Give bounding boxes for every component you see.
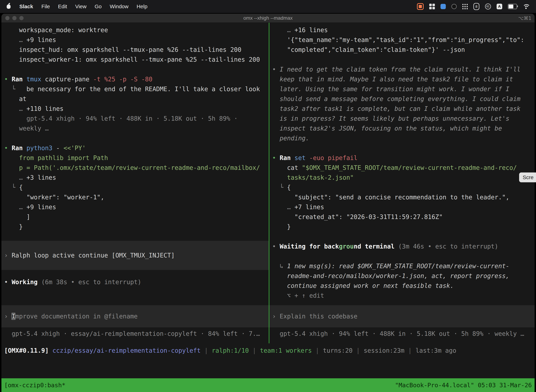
terminal-line: • Ran set -euo pipefail (269, 153, 535, 163)
terminal-pane-right[interactable]: … +16 lines '{"team_name":"my-team","tas… (269, 23, 535, 392)
terminal-text-segment: cat (272, 164, 302, 171)
terminal-text-segment: I (12, 313, 15, 320)
terminal-text-segment: last:3m ago (416, 347, 456, 354)
dots-grid-icon[interactable] (462, 4, 468, 9)
prompt-suggestion[interactable]: › Explain this codebase (269, 305, 535, 327)
terminal-text-segment: should send a message before completing … (272, 95, 521, 103)
terminal-text-segment: task2 after task1 is complete, but can I… (272, 105, 521, 112)
terminal-gap (269, 232, 535, 242)
terminal-text-segment: inspect_worker-1: omx sparkshell --tmux-… (4, 56, 260, 63)
terminal-text-segment: inspect task2's JSON, focusing on the st… (272, 125, 502, 132)
terminal-line: at (1, 94, 269, 104)
window-tiling-icon[interactable] (429, 4, 435, 9)
terminal-text-segment: pending. (272, 135, 309, 142)
menu-item-window[interactable]: Window (106, 4, 133, 9)
terminal-line: task2 after task1 is complete, but can I… (269, 104, 535, 114)
menu-item-help[interactable]: Help (133, 4, 152, 9)
input-source-icon[interactable]: A (497, 4, 502, 9)
tmux-session-label[interactable]: [omx-cczip0:bash* (4, 382, 65, 389)
terminal-text-segment: "completed","claim_token":"claim-token"}… (272, 46, 465, 53)
terminal-line: p = Path('.omx/state/team/review-current… (1, 163, 269, 173)
gauge-icon[interactable]: 61 (485, 4, 491, 9)
terminal-gap (1, 270, 269, 277)
menu-bar-status-icons: 8 61 A (417, 3, 532, 10)
terminal-text-segment: Waiting for back (280, 243, 339, 250)
terminal-line: └ be necessary for the end of the README… (1, 84, 269, 94)
close-button[interactable] (5, 16, 10, 20)
terminal-text-segment: is in progress? It seems likely but perh… (272, 115, 509, 122)
blue-app-icon[interactable] (440, 4, 446, 9)
terminal-line: • Ran tmux capture-pane -t %25 -p -S -80 (1, 74, 269, 84)
terminal-text-segment: mprove documentation in @filename (15, 313, 138, 320)
terminal-text-segment: • (4, 145, 12, 152)
terminal-gap (269, 251, 535, 261)
terminal-text-segment: ↳ (272, 263, 287, 270)
menu-item-go[interactable]: Go (91, 4, 106, 9)
terminal-gap (269, 55, 535, 65)
minimize-button[interactable] (12, 16, 17, 20)
terminal-line: gpt-5.4 xhigh · 94% left · 488K in · 5.1… (269, 329, 535, 339)
terminal-gap (269, 327, 535, 329)
terminal-line: '{"team_name":"my-team","task_id":"1","f… (269, 35, 535, 45)
terminal-line: [OMX#0.11.9] cczip/essay/ai-reimplementa… (1, 346, 535, 355)
terminal-gap (1, 133, 269, 143)
dark-app-icon[interactable] (451, 4, 457, 9)
terminal-text-segment: session:23m (364, 347, 404, 354)
wifi-icon[interactable] (523, 4, 530, 9)
terminal-text-segment: [OMX#0.11.9] (4, 347, 53, 354)
prompt-input[interactable]: › Improve documentation in @filename (1, 305, 269, 327)
window-title: omx --xhigh --madmax (243, 15, 293, 21)
battery-icon[interactable] (508, 4, 517, 9)
terminal-text-segment: grou (339, 243, 354, 250)
terminal-text-segment: ralph:1/10 (212, 347, 249, 354)
terminal-text-segment: › (272, 313, 280, 320)
terminal-gap (1, 65, 269, 74)
apple-menu[interactable] (4, 5, 15, 9)
terminal-text-segment: capture-pane (45, 76, 93, 83)
window-titlebar[interactable]: omx --xhigh --madmax ⌥⌘1 (1, 14, 535, 23)
menu-app-name[interactable]: Slack (15, 4, 37, 9)
terminal-text-segment: (6m 38s • esc to interrupt) (41, 279, 141, 285)
terminal-text-segment: Ran (12, 145, 26, 152)
terminal-text-segment: readme-and-reco/mailbox/worker-1.json, a… (272, 272, 509, 280)
zoom-button[interactable] (19, 16, 24, 20)
terminal-text-segment: } (272, 223, 291, 230)
screen-tooltip[interactable]: Scre (519, 173, 536, 182)
terminal-text-segment: tmux (26, 76, 45, 83)
terminal-text-segment: … (4, 105, 26, 112)
terminal-text-segment: -t %25 -p -S -80 (93, 76, 153, 83)
terminal-text-segment: … (272, 204, 294, 210)
queued-prompt-input[interactable]: › Ralph loop active continue [OMX_TMUX_I… (1, 241, 269, 270)
terminal-text-segment: … (272, 27, 294, 33)
terminal-text-segment: … (4, 36, 26, 43)
terminal-text-segment: workspace_mode: worktree (4, 27, 108, 33)
terminal-text-segment: … (4, 174, 26, 181)
menu-item-file[interactable]: File (37, 4, 54, 9)
terminal-line: "completed","claim_token":"claim-token"}… (269, 45, 535, 55)
menu-item-view[interactable]: View (71, 4, 90, 9)
menu-item-edit[interactable]: Edit (54, 4, 71, 9)
terminal-text-segment: turns:20 (323, 347, 353, 354)
terminal-text-segment: • (272, 154, 280, 161)
terminal-line: … +7 lines (269, 202, 535, 212)
terminal-line: weekly … (1, 123, 269, 133)
terminal-text-segment: { (19, 184, 23, 191)
omx-status-bar: [OMX#0.11.9] cczip/essay/ai-reimplementa… (1, 346, 535, 355)
terminal-line: inspect task2's JSON, focusing on the st… (269, 123, 535, 133)
terminal-text-segment: +7 lines (294, 204, 324, 210)
terminal-line: workspace_mode: worktree (1, 25, 269, 35)
pill-badge-icon[interactable]: 8 (474, 3, 479, 10)
terminal-gap (1, 287, 269, 305)
terminal-text-segment: keep that in mind. Maybe I also need the… (272, 76, 513, 83)
terminal-text-segment: | (353, 347, 364, 354)
terminal-text-segment: | (201, 347, 212, 354)
terminal-text-segment: be necessary for the end of the README. … (26, 85, 260, 93)
terminal-text-segment: from pathlib import Path (4, 154, 108, 161)
terminal-pane-left[interactable]: workspace_mode: worktree … +9 lines insp… (1, 23, 269, 392)
screen-recording-stop-icon[interactable] (417, 3, 424, 10)
terminal-text-segment: "subject": "send a concise recommendatio… (272, 194, 509, 201)
terminal-gap (1, 232, 269, 241)
terminal-content: workspace_mode: worktree … +9 lines insp… (1, 23, 535, 392)
terminal-line: gpt-5.4 xhigh · essay/ai-reimplementatio… (1, 329, 269, 339)
terminal-text-segment: ] (4, 213, 30, 220)
